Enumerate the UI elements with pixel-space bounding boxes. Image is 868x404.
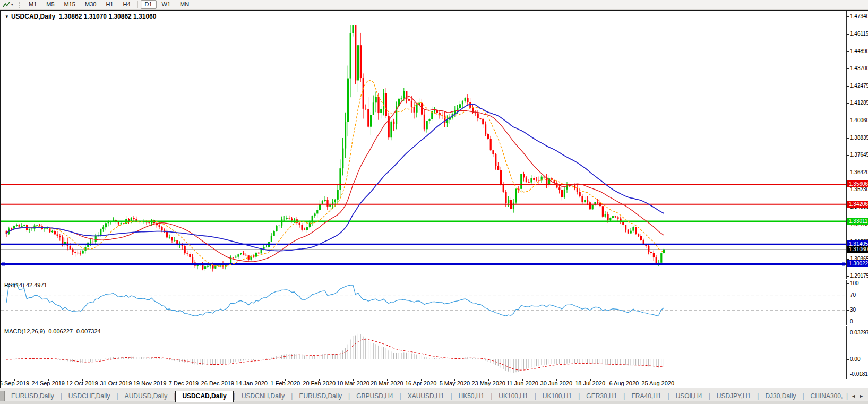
tab-scroll-right-icon[interactable]: ► bbox=[859, 393, 864, 399]
symbol-tab-usoil-h4[interactable]: USOil,H4 bbox=[669, 391, 709, 402]
chart-ohlc-values: 1.30862 1.31070 1.30862 1.31060 bbox=[59, 13, 157, 20]
macd-label: MACD(12,26,9) -0.006227 -0.007324 bbox=[4, 328, 101, 334]
tabbar-left-edge bbox=[0, 391, 5, 402]
date-label: 24 Sep 2019 bbox=[32, 380, 65, 386]
rsi-label: RSI(14) 42.4971 bbox=[4, 282, 47, 288]
rsi-pane[interactable]: RSI(14) 42.4971 10070300 bbox=[1, 280, 868, 325]
axis-tick-label: 1.29175 bbox=[847, 273, 868, 279]
axis-tick-label: 30 bbox=[847, 307, 856, 313]
toolbar-dropdown-icon[interactable]: ▾ bbox=[11, 3, 16, 7]
axis-tick-label: 1.38835 bbox=[847, 135, 868, 141]
axis-tick-label: 100 bbox=[847, 280, 859, 286]
date-label: 25 Aug 2020 bbox=[641, 380, 674, 386]
symbol-tab-uk100-h1[interactable]: UK100,H1 bbox=[492, 391, 534, 402]
chart-title[interactable]: ▼USDCAD,Daily 1.30862 1.31070 1.30862 1.… bbox=[5, 13, 156, 20]
line-studies-icon[interactable] bbox=[2, 1, 11, 8]
current-price-label: 1.31060 bbox=[847, 246, 868, 253]
axis-tick-label: 1.36420 bbox=[847, 169, 868, 175]
date-label: 5 May 2020 bbox=[440, 380, 470, 386]
date-label: 31 Oct 2019 bbox=[100, 380, 132, 386]
symbol-tab-hk50-h1[interactable]: HK50,H1 bbox=[452, 391, 491, 402]
symbol-tab-fra40-h1[interactable]: FRA40,H1 bbox=[625, 391, 667, 402]
chart-dropdown-icon[interactable]: ▼ bbox=[5, 14, 9, 19]
hline-price-label: 1.35606 bbox=[847, 180, 868, 187]
timeframe-button-m1[interactable]: M1 bbox=[24, 0, 41, 9]
axis-tick-label: 0.00 bbox=[847, 356, 860, 362]
timeframe-button-mn[interactable]: MN bbox=[176, 0, 193, 9]
price-chart-pane[interactable]: ▼USDCAD,Daily 1.30862 1.31070 1.30862 1.… bbox=[1, 11, 868, 279]
symbol-tab-usdcnh-daily[interactable]: USDCNH,Daily bbox=[235, 391, 291, 402]
tab-divider: | bbox=[846, 392, 848, 400]
date-label: 1 Feb 2020 bbox=[271, 380, 300, 386]
axis-tick-label: 1.40060 bbox=[847, 117, 868, 123]
date-label: 11 Jun 2020 bbox=[506, 380, 538, 386]
toolbar-separator bbox=[137, 1, 138, 8]
symbol-tab-usdcad-daily[interactable]: USDCAD,Daily bbox=[175, 391, 233, 402]
axis-tick-label: 1.44890 bbox=[847, 48, 868, 54]
date-label: 20 Feb 2020 bbox=[303, 380, 336, 386]
macd-pane[interactable]: MACD(12,26,9) -0.006227 -0.007324 0.0329… bbox=[1, 326, 868, 379]
symbol-tab-uk100-h1[interactable]: UK100,H1 bbox=[536, 391, 578, 402]
date-label: 26 Dec 2019 bbox=[201, 380, 234, 386]
macd-axis[interactable]: 0.0329720.00-0.01815 bbox=[846, 326, 868, 379]
symbol-tab-bar: EURUSD,Daily|USDCHF,Daily|AUDUSD,Daily|U… bbox=[0, 388, 868, 404]
axis-tick-label: 1.42475 bbox=[847, 83, 868, 89]
timeframe-button-m15[interactable]: M15 bbox=[60, 0, 80, 9]
symbol-tab-usdchf-daily[interactable]: USDCHF,Daily bbox=[62, 391, 117, 402]
date-label: 14 Jan 2020 bbox=[235, 380, 268, 386]
date-label: 12 Oct 2019 bbox=[66, 380, 98, 386]
symbol-tab-ger30-h1[interactable]: GER30,H1 bbox=[580, 391, 623, 402]
symbol-tab-eurusd-daily[interactable]: EURUSD,Daily bbox=[293, 391, 348, 402]
hline-price-label: 1.34206 bbox=[847, 201, 868, 208]
symbol-tab-usdjpy-h1[interactable]: USDJPY,H1 bbox=[710, 391, 757, 402]
axis-tick-label: 0 bbox=[847, 319, 853, 324]
axis-tick-label: 70 bbox=[847, 292, 856, 298]
date-label: 6 Aug 2020 bbox=[609, 380, 639, 386]
date-label: 28 Mar 2020 bbox=[371, 380, 403, 386]
date-label: 23 May 2020 bbox=[471, 380, 505, 386]
hline-price-label: 1.33011 bbox=[847, 218, 868, 225]
toolbar-separator bbox=[196, 1, 196, 8]
chart-window: ▼USDCAD,Daily 1.30862 1.31070 1.30862 1.… bbox=[0, 10, 868, 388]
tab-scroll-left-icon[interactable]: ◄ bbox=[851, 393, 856, 399]
axis-tick-label: 1.37645 bbox=[847, 152, 868, 158]
timeframe-button-w1[interactable]: W1 bbox=[158, 0, 175, 9]
axis-tick-label: 1.43700 bbox=[847, 65, 868, 71]
timeframe-button-h4[interactable]: H4 bbox=[118, 0, 134, 9]
toolbar-separator bbox=[201, 1, 201, 8]
axis-tick-label: 0.032972 bbox=[847, 330, 868, 336]
rsi-axis[interactable]: 10070300 bbox=[846, 280, 868, 325]
date-label: 7 Dec 2019 bbox=[169, 380, 199, 386]
timeframe-button-d1[interactable]: D1 bbox=[141, 0, 157, 9]
date-label: 16 Apr 2020 bbox=[405, 380, 436, 386]
date-label: 18 Jul 2020 bbox=[575, 380, 605, 386]
timeframe-button-m5[interactable]: M5 bbox=[42, 0, 58, 9]
hline-price-label: 1.30022 bbox=[847, 260, 868, 267]
axis-tick-label: 1.46115 bbox=[847, 31, 868, 37]
symbol-tab-gbpusd-h4[interactable]: GBPUSD,H4 bbox=[350, 391, 399, 402]
symbol-tab-xauusd-h1[interactable]: XAUUSD,H1 bbox=[401, 391, 451, 402]
symbol-tab-dj30-daily[interactable]: DJ30,Daily bbox=[759, 391, 802, 402]
date-label: 5 Sep 2019 bbox=[0, 380, 29, 386]
toolbar-grip[interactable] bbox=[19, 2, 21, 8]
axis-tick-label: -0.01815 bbox=[847, 371, 868, 377]
chart-symbol-label: USDCAD,Daily bbox=[11, 13, 55, 20]
timeframe-toolbar: ▾ M1M5M15M30H1H4D1W1MN bbox=[0, 0, 868, 10]
timeframe-button-h1[interactable]: H1 bbox=[101, 0, 117, 9]
date-label: 10 Mar 2020 bbox=[337, 380, 369, 386]
date-label: 30 Jun 2020 bbox=[540, 380, 573, 386]
date-axis[interactable]: 5 Sep 201924 Sep 201912 Oct 201931 Oct 2… bbox=[1, 379, 868, 388]
axis-tick-label: 1.47340 bbox=[847, 13, 868, 19]
mt4-window: ▾ M1M5M15M30H1H4D1W1MN ▼USDCAD,Daily 1.3… bbox=[0, 0, 868, 404]
price-axis[interactable]: 1.473401.461151.448901.437001.424751.412… bbox=[846, 11, 868, 279]
date-label: 19 Nov 2019 bbox=[133, 380, 166, 386]
axis-tick-label: 1.41285 bbox=[847, 100, 868, 106]
symbol-tab-audusd-daily[interactable]: AUDUSD,Daily bbox=[118, 391, 174, 402]
symbol-tab-china300-h1[interactable]: CHINA300,H1 bbox=[804, 391, 843, 402]
timeframe-button-m30[interactable]: M30 bbox=[81, 0, 100, 9]
symbol-tab-eurusd-daily[interactable]: EURUSD,Daily bbox=[5, 391, 61, 402]
